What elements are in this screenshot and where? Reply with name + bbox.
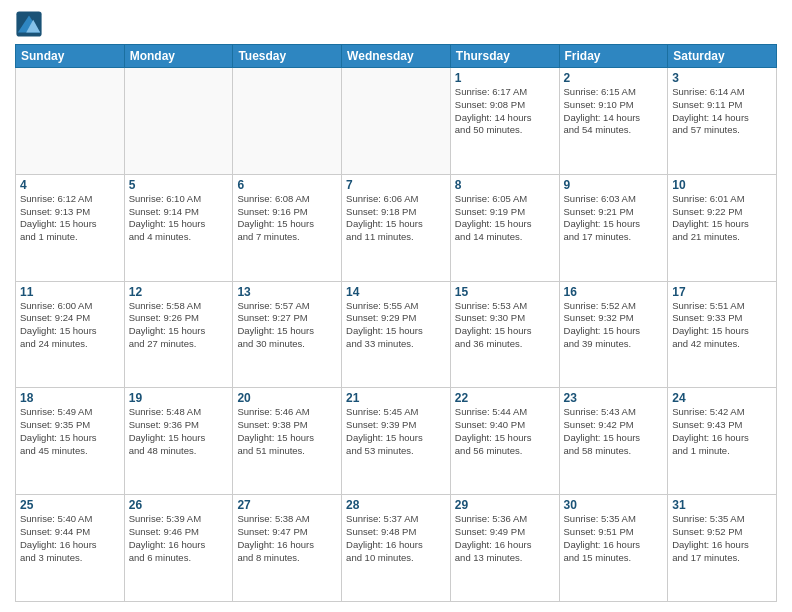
calendar-cell: 23Sunrise: 5:43 AM Sunset: 9:42 PM Dayli…: [559, 388, 668, 495]
calendar-cell: 25Sunrise: 5:40 AM Sunset: 9:44 PM Dayli…: [16, 495, 125, 602]
calendar-cell: 14Sunrise: 5:55 AM Sunset: 9:29 PM Dayli…: [342, 281, 451, 388]
header: [15, 10, 777, 38]
day-number: 12: [129, 285, 229, 299]
calendar-cell: [342, 68, 451, 175]
weekday-header-monday: Monday: [124, 45, 233, 68]
day-info: Sunrise: 5:35 AM Sunset: 9:51 PM Dayligh…: [564, 513, 664, 564]
logo: [15, 10, 47, 38]
day-info: Sunrise: 5:42 AM Sunset: 9:43 PM Dayligh…: [672, 406, 772, 457]
calendar-cell: 21Sunrise: 5:45 AM Sunset: 9:39 PM Dayli…: [342, 388, 451, 495]
day-number: 7: [346, 178, 446, 192]
day-info: Sunrise: 6:01 AM Sunset: 9:22 PM Dayligh…: [672, 193, 772, 244]
weekday-header-thursday: Thursday: [450, 45, 559, 68]
day-info: Sunrise: 5:44 AM Sunset: 9:40 PM Dayligh…: [455, 406, 555, 457]
calendar-cell: 30Sunrise: 5:35 AM Sunset: 9:51 PM Dayli…: [559, 495, 668, 602]
day-info: Sunrise: 6:08 AM Sunset: 9:16 PM Dayligh…: [237, 193, 337, 244]
day-info: Sunrise: 6:05 AM Sunset: 9:19 PM Dayligh…: [455, 193, 555, 244]
calendar-cell: 10Sunrise: 6:01 AM Sunset: 9:22 PM Dayli…: [668, 174, 777, 281]
calendar-cell: 1Sunrise: 6:17 AM Sunset: 9:08 PM Daylig…: [450, 68, 559, 175]
day-info: Sunrise: 6:06 AM Sunset: 9:18 PM Dayligh…: [346, 193, 446, 244]
day-number: 25: [20, 498, 120, 512]
calendar-cell: 24Sunrise: 5:42 AM Sunset: 9:43 PM Dayli…: [668, 388, 777, 495]
day-info: Sunrise: 6:12 AM Sunset: 9:13 PM Dayligh…: [20, 193, 120, 244]
calendar-cell: [233, 68, 342, 175]
calendar-cell: 18Sunrise: 5:49 AM Sunset: 9:35 PM Dayli…: [16, 388, 125, 495]
logo-icon: [15, 10, 43, 38]
week-row-3: 11Sunrise: 6:00 AM Sunset: 9:24 PM Dayli…: [16, 281, 777, 388]
calendar-cell: 29Sunrise: 5:36 AM Sunset: 9:49 PM Dayli…: [450, 495, 559, 602]
day-info: Sunrise: 5:46 AM Sunset: 9:38 PM Dayligh…: [237, 406, 337, 457]
day-number: 13: [237, 285, 337, 299]
day-number: 16: [564, 285, 664, 299]
calendar-cell: 9Sunrise: 6:03 AM Sunset: 9:21 PM Daylig…: [559, 174, 668, 281]
day-info: Sunrise: 5:55 AM Sunset: 9:29 PM Dayligh…: [346, 300, 446, 351]
calendar-cell: 12Sunrise: 5:58 AM Sunset: 9:26 PM Dayli…: [124, 281, 233, 388]
day-info: Sunrise: 5:53 AM Sunset: 9:30 PM Dayligh…: [455, 300, 555, 351]
day-number: 9: [564, 178, 664, 192]
day-number: 4: [20, 178, 120, 192]
day-number: 14: [346, 285, 446, 299]
day-number: 29: [455, 498, 555, 512]
day-number: 31: [672, 498, 772, 512]
day-info: Sunrise: 6:17 AM Sunset: 9:08 PM Dayligh…: [455, 86, 555, 137]
day-number: 5: [129, 178, 229, 192]
week-row-1: 1Sunrise: 6:17 AM Sunset: 9:08 PM Daylig…: [16, 68, 777, 175]
calendar-cell: 13Sunrise: 5:57 AM Sunset: 9:27 PM Dayli…: [233, 281, 342, 388]
calendar-cell: 2Sunrise: 6:15 AM Sunset: 9:10 PM Daylig…: [559, 68, 668, 175]
day-info: Sunrise: 6:00 AM Sunset: 9:24 PM Dayligh…: [20, 300, 120, 351]
day-number: 19: [129, 391, 229, 405]
calendar-cell: [124, 68, 233, 175]
weekday-header-saturday: Saturday: [668, 45, 777, 68]
weekday-header-sunday: Sunday: [16, 45, 125, 68]
day-info: Sunrise: 6:14 AM Sunset: 9:11 PM Dayligh…: [672, 86, 772, 137]
calendar-cell: 22Sunrise: 5:44 AM Sunset: 9:40 PM Dayli…: [450, 388, 559, 495]
day-info: Sunrise: 6:03 AM Sunset: 9:21 PM Dayligh…: [564, 193, 664, 244]
day-info: Sunrise: 5:40 AM Sunset: 9:44 PM Dayligh…: [20, 513, 120, 564]
day-info: Sunrise: 5:39 AM Sunset: 9:46 PM Dayligh…: [129, 513, 229, 564]
calendar-cell: 7Sunrise: 6:06 AM Sunset: 9:18 PM Daylig…: [342, 174, 451, 281]
day-number: 24: [672, 391, 772, 405]
day-info: Sunrise: 6:15 AM Sunset: 9:10 PM Dayligh…: [564, 86, 664, 137]
day-info: Sunrise: 5:48 AM Sunset: 9:36 PM Dayligh…: [129, 406, 229, 457]
day-number: 30: [564, 498, 664, 512]
calendar-cell: 5Sunrise: 6:10 AM Sunset: 9:14 PM Daylig…: [124, 174, 233, 281]
day-number: 28: [346, 498, 446, 512]
week-row-2: 4Sunrise: 6:12 AM Sunset: 9:13 PM Daylig…: [16, 174, 777, 281]
weekday-header-friday: Friday: [559, 45, 668, 68]
day-number: 27: [237, 498, 337, 512]
calendar-cell: 19Sunrise: 5:48 AM Sunset: 9:36 PM Dayli…: [124, 388, 233, 495]
day-info: Sunrise: 5:52 AM Sunset: 9:32 PM Dayligh…: [564, 300, 664, 351]
day-number: 2: [564, 71, 664, 85]
calendar-cell: 11Sunrise: 6:00 AM Sunset: 9:24 PM Dayli…: [16, 281, 125, 388]
weekday-header-tuesday: Tuesday: [233, 45, 342, 68]
calendar-cell: 20Sunrise: 5:46 AM Sunset: 9:38 PM Dayli…: [233, 388, 342, 495]
calendar-cell: 17Sunrise: 5:51 AM Sunset: 9:33 PM Dayli…: [668, 281, 777, 388]
day-number: 8: [455, 178, 555, 192]
day-info: Sunrise: 5:35 AM Sunset: 9:52 PM Dayligh…: [672, 513, 772, 564]
day-number: 3: [672, 71, 772, 85]
calendar-cell: 31Sunrise: 5:35 AM Sunset: 9:52 PM Dayli…: [668, 495, 777, 602]
day-number: 23: [564, 391, 664, 405]
day-info: Sunrise: 5:51 AM Sunset: 9:33 PM Dayligh…: [672, 300, 772, 351]
calendar-cell: 26Sunrise: 5:39 AM Sunset: 9:46 PM Dayli…: [124, 495, 233, 602]
weekday-header-row: SundayMondayTuesdayWednesdayThursdayFrid…: [16, 45, 777, 68]
calendar-table: SundayMondayTuesdayWednesdayThursdayFrid…: [15, 44, 777, 602]
day-info: Sunrise: 5:36 AM Sunset: 9:49 PM Dayligh…: [455, 513, 555, 564]
day-info: Sunrise: 6:10 AM Sunset: 9:14 PM Dayligh…: [129, 193, 229, 244]
day-number: 15: [455, 285, 555, 299]
calendar-cell: 15Sunrise: 5:53 AM Sunset: 9:30 PM Dayli…: [450, 281, 559, 388]
calendar-cell: 16Sunrise: 5:52 AM Sunset: 9:32 PM Dayli…: [559, 281, 668, 388]
weekday-header-wednesday: Wednesday: [342, 45, 451, 68]
day-info: Sunrise: 5:58 AM Sunset: 9:26 PM Dayligh…: [129, 300, 229, 351]
day-info: Sunrise: 5:38 AM Sunset: 9:47 PM Dayligh…: [237, 513, 337, 564]
page: SundayMondayTuesdayWednesdayThursdayFrid…: [0, 0, 792, 612]
day-number: 26: [129, 498, 229, 512]
day-number: 21: [346, 391, 446, 405]
day-number: 6: [237, 178, 337, 192]
calendar-cell: [16, 68, 125, 175]
calendar-cell: 8Sunrise: 6:05 AM Sunset: 9:19 PM Daylig…: [450, 174, 559, 281]
day-info: Sunrise: 5:43 AM Sunset: 9:42 PM Dayligh…: [564, 406, 664, 457]
day-info: Sunrise: 5:57 AM Sunset: 9:27 PM Dayligh…: [237, 300, 337, 351]
day-number: 18: [20, 391, 120, 405]
week-row-4: 18Sunrise: 5:49 AM Sunset: 9:35 PM Dayli…: [16, 388, 777, 495]
